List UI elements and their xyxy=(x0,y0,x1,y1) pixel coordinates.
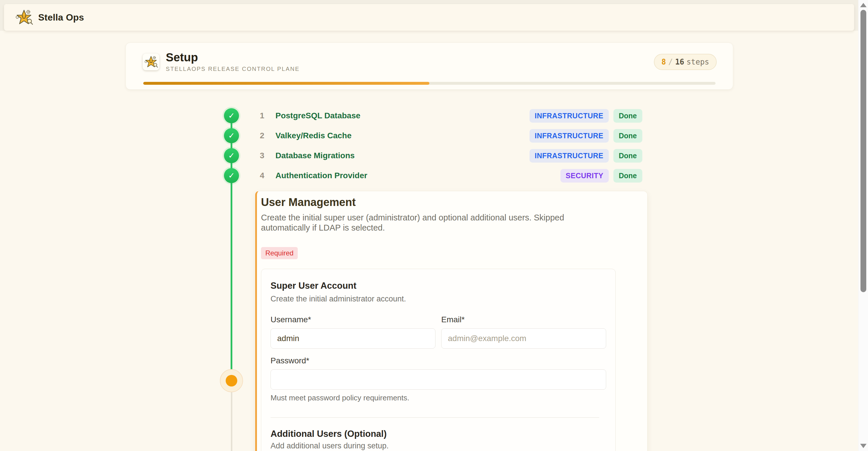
step-row[interactable]: ✓ 1 PostgreSQL Database INFRASTRUCTURE D… xyxy=(224,108,642,123)
step-title[interactable]: Authentication Provider xyxy=(275,171,367,180)
step-status-badge: Done xyxy=(613,169,643,183)
step-title[interactable]: Database Migrations xyxy=(275,151,355,160)
steps-count-separator: / xyxy=(669,58,673,66)
password-hint: Must meet password policy requirements. xyxy=(271,393,606,402)
email-field-group: Email* xyxy=(441,315,606,349)
email-input[interactable] xyxy=(441,328,606,349)
step-title[interactable]: PostgreSQL Database xyxy=(275,111,361,120)
step-status-badge: Done xyxy=(613,109,643,123)
brand-name: Stella Ops xyxy=(38,12,84,23)
check-circle-icon: ✓ xyxy=(224,108,239,123)
password-label: Password* xyxy=(271,356,606,365)
step-status-badge: Done xyxy=(613,129,643,142)
steps-list: ✓ 1 PostgreSQL Database INFRASTRUCTURE D… xyxy=(224,108,642,183)
scroll-up-icon[interactable] xyxy=(860,3,867,7)
step-row[interactable]: ✓ 2 Valkey/Redis Cache INFRASTRUCTURE Do… xyxy=(224,128,642,143)
check-circle-icon: ✓ xyxy=(224,128,239,143)
username-label: Username* xyxy=(271,315,435,324)
check-circle-icon: ✓ xyxy=(224,168,239,183)
step-number: 1 xyxy=(260,111,269,120)
username-input[interactable] xyxy=(271,328,435,349)
steps-counter-badge: 8 / 16 steps xyxy=(654,54,717,70)
step-row[interactable]: ✓ 4 Authentication Provider SECURITY Don… xyxy=(224,168,642,183)
super-user-form-card: Super User Account Create the initial ad… xyxy=(261,269,616,451)
required-badge: Required xyxy=(261,247,298,259)
step-category-badge: SECURITY xyxy=(560,169,609,183)
super-user-subheading: Create the initial administrator account… xyxy=(271,294,606,303)
step-title[interactable]: Valkey/Redis Cache xyxy=(275,131,351,140)
star-mascot-icon xyxy=(144,56,158,68)
password-input[interactable] xyxy=(271,369,606,390)
steps-count-suffix: steps xyxy=(687,58,709,66)
step-category-badge: INFRASTRUCTURE xyxy=(529,129,609,142)
additional-users-heading: Additional Users (Optional) xyxy=(271,429,606,439)
step-row[interactable]: ✓ 3 Database Migrations INFRASTRUCTURE D… xyxy=(224,148,642,163)
step-category-badge: INFRASTRUCTURE xyxy=(529,109,609,123)
steps-total-count: 16 xyxy=(675,58,684,66)
section-title: User Management xyxy=(261,196,647,209)
steps-done-count: 8 xyxy=(661,58,666,66)
section-description: Create the initial super user (administr… xyxy=(261,213,582,233)
setup-progress-bar xyxy=(143,82,715,85)
scrollbar-thumb[interactable] xyxy=(861,10,866,292)
setup-card: Setup STELLAOPS RELEASE CONTROL PLANE 8 … xyxy=(126,42,733,90)
check-circle-icon: ✓ xyxy=(224,148,239,163)
email-label: Email* xyxy=(441,315,606,324)
step-number: 3 xyxy=(260,151,269,160)
scroll-down-icon[interactable] xyxy=(860,444,867,448)
current-step-dot xyxy=(226,375,237,386)
step-number: 2 xyxy=(260,131,269,140)
user-management-card: User Management Create the initial super… xyxy=(255,191,648,451)
setup-logo xyxy=(143,54,159,70)
setup-progress-fill xyxy=(143,82,429,85)
super-user-heading: Super User Account xyxy=(271,281,606,291)
current-step-marker xyxy=(220,369,243,392)
step-category-badge: INFRASTRUCTURE xyxy=(529,149,609,163)
page-subtitle: STELLAOPS RELEASE CONTROL PLANE xyxy=(166,66,300,72)
step-number: 4 xyxy=(260,171,269,180)
form-divider xyxy=(271,417,599,418)
stella-ops-logo-icon xyxy=(15,9,33,26)
username-field-group: Username* xyxy=(271,315,435,349)
step-status-badge: Done xyxy=(613,149,643,163)
app-header: Stella Ops xyxy=(4,4,854,31)
password-field-group: Password* Must meet password policy requ… xyxy=(271,356,606,402)
vertical-scrollbar[interactable] xyxy=(858,0,868,451)
page-title: Setup xyxy=(166,52,300,63)
additional-users-subheading: Add additional users during setup. xyxy=(271,442,606,450)
